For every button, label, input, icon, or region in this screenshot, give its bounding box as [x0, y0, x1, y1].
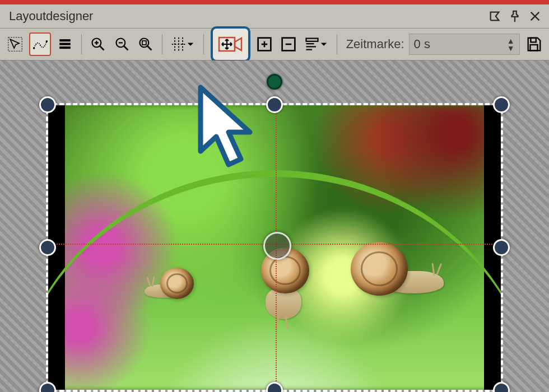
selected-object-frame[interactable]: [46, 103, 503, 392]
timestamp-step-down[interactable]: ▼: [506, 45, 516, 52]
timestamp-step-up[interactable]: ▲: [506, 38, 516, 44]
svg-rect-15: [142, 41, 146, 45]
pin-button[interactable]: [506, 8, 523, 25]
svg-rect-33: [530, 45, 537, 50]
close-button[interactable]: [527, 8, 543, 25]
svg-point-2: [45, 40, 48, 43]
timestamp-label: Zeitmarke:: [346, 37, 404, 52]
align-tool[interactable]: [303, 34, 330, 55]
svg-rect-28: [306, 39, 318, 41]
path-edit-tool[interactable]: [29, 32, 50, 56]
select-tool[interactable]: [6, 34, 25, 55]
add-keyframe-tool[interactable]: [255, 34, 274, 55]
help-button[interactable]: [486, 8, 503, 25]
rotate-handle[interactable]: [267, 74, 282, 90]
resize-handle-t[interactable]: [266, 96, 283, 113]
resize-handle-tr[interactable]: [493, 96, 510, 113]
timestamp-input[interactable]: 0 s ▲ ▼: [409, 34, 520, 55]
image-content[interactable]: [48, 105, 501, 390]
zoom-fit-tool[interactable]: [136, 34, 155, 55]
separator: [337, 34, 337, 54]
center-pivot-handle[interactable]: [263, 232, 291, 260]
svg-rect-4: [59, 43, 71, 45]
resize-handle-tl[interactable]: [39, 96, 56, 113]
canvas-area[interactable]: [0, 60, 549, 392]
zoom-out-tool[interactable]: [112, 34, 131, 55]
resize-handle-l[interactable]: [39, 239, 56, 256]
timestamp-value: 0 s: [414, 37, 430, 52]
grid-snap-tool[interactable]: [169, 34, 197, 55]
save-button[interactable]: [524, 34, 543, 55]
chevron-down-icon: [320, 40, 328, 48]
svg-rect-5: [59, 46, 71, 49]
svg-line-14: [147, 46, 151, 50]
zoom-in-tool[interactable]: [89, 34, 108, 55]
svg-point-1: [32, 47, 35, 49]
remove-keyframe-tool[interactable]: [279, 34, 298, 55]
separator: [203, 34, 204, 54]
svg-line-7: [100, 46, 104, 50]
svg-line-11: [124, 46, 128, 50]
titlebar: Layoutdesigner: [0, 4, 549, 29]
camera-pan-tool[interactable]: [211, 26, 250, 62]
separator: [81, 34, 82, 54]
separator: [162, 34, 162, 54]
resize-handle-r[interactable]: [493, 239, 510, 256]
svg-rect-32: [531, 38, 536, 43]
accent-bar: [0, 0, 549, 4]
svg-point-13: [139, 39, 148, 48]
chevron-down-icon: [187, 40, 194, 48]
stack-tool[interactable]: [55, 34, 75, 55]
svg-rect-3: [59, 39, 71, 41]
panel-title: Layoutdesigner: [9, 9, 483, 24]
toolbar: Zeitmarke: 0 s ▲ ▼: [0, 29, 549, 60]
